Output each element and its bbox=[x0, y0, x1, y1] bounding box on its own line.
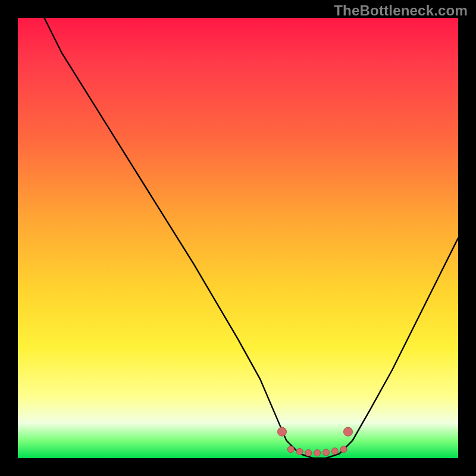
right-knee-dot bbox=[344, 427, 353, 436]
floor-dot-7 bbox=[340, 446, 347, 453]
floor-dot-1 bbox=[287, 446, 294, 453]
floor-dot-3 bbox=[305, 450, 312, 456]
bottleneck-curve bbox=[44, 18, 458, 458]
floor-dot-5 bbox=[323, 449, 330, 456]
marker-dots bbox=[278, 427, 353, 456]
floor-dot-6 bbox=[331, 448, 338, 455]
chart-container: TheBottleneck.com bbox=[0, 0, 476, 476]
left-knee-dot bbox=[278, 427, 287, 436]
floor-dot-2 bbox=[296, 448, 303, 455]
watermark-text: TheBottleneck.com bbox=[334, 2, 468, 19]
plot-area bbox=[18, 18, 458, 458]
curve-svg bbox=[18, 18, 458, 458]
floor-dot-4 bbox=[314, 450, 321, 456]
